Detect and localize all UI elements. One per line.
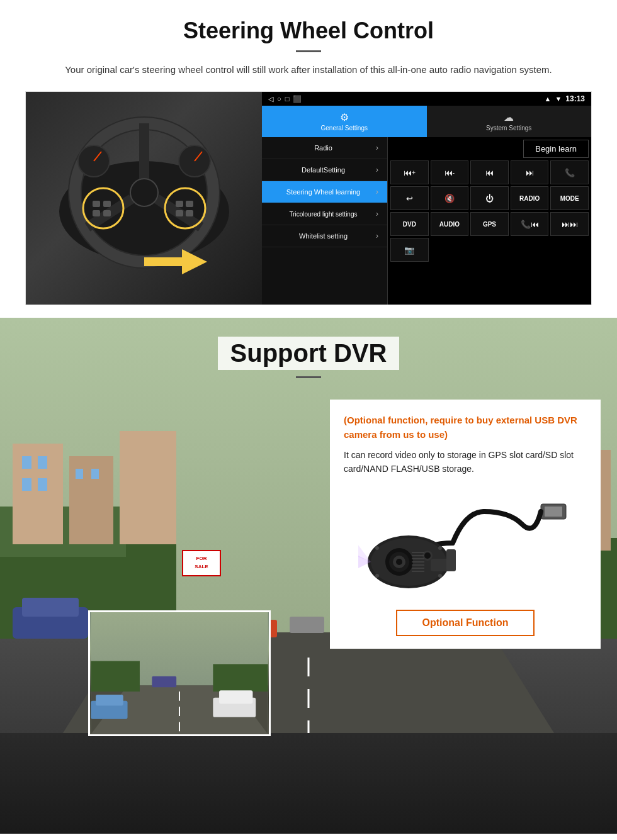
ctrl-dvr[interactable]: 📷 — [390, 238, 429, 262]
svg-rect-14 — [186, 201, 193, 207]
control-buttons-grid: ⏮+ ⏮- ⏮ ⏭ 📞 ↩ 🔇 ⏻ RADIO MODE DVD AUDIO G… — [390, 160, 589, 262]
menu-radio-label: Radio — [271, 144, 376, 152]
svg-point-73 — [396, 559, 402, 565]
ctrl-phone-prev[interactable]: 📞⏮ — [511, 212, 549, 236]
svg-rect-39 — [22, 598, 79, 617]
svg-rect-12 — [103, 210, 111, 216]
svg-rect-9 — [93, 201, 100, 207]
system-icon: ☁ — [504, 111, 514, 123]
ctrl-back[interactable]: ↩ — [390, 186, 429, 210]
svg-point-78 — [375, 546, 379, 550]
statusbar-time: 13:13 — [565, 94, 585, 103]
svg-text:FOR: FOR — [196, 556, 207, 561]
nav-menu-icon[interactable]: ⬛ — [293, 95, 302, 103]
dvr-section: FOR SALE Support DVR — [0, 318, 617, 834]
menu-item-defaultsetting[interactable]: DefaultSetting › — [262, 159, 387, 181]
tab-general-settings[interactable]: ⚙ General Settings — [262, 106, 427, 137]
chevron-right-icon: › — [376, 165, 378, 174]
nav-back-icon[interactable]: ◁ — [268, 95, 273, 103]
ctrl-vol-up[interactable]: ⏮+ — [390, 160, 429, 184]
svg-point-81 — [438, 574, 442, 578]
svg-point-79 — [438, 546, 442, 550]
status-wifi-icon: ▼ — [555, 95, 562, 103]
svg-rect-36 — [76, 469, 83, 479]
svg-marker-17 — [182, 249, 207, 274]
ctrl-radio[interactable]: RADIO — [511, 186, 549, 210]
dvr-camera-illustration — [344, 486, 587, 600]
steering-section: Steering Wheel Control Your original car… — [0, 0, 617, 318]
android-ui: ◁ ○ □ ⬛ ▲ ▼ 13:13 ⚙ General Settings ☁ S… — [262, 92, 591, 305]
steering-wheel-photo — [26, 92, 262, 305]
menu-item-radio[interactable]: Radio › — [262, 137, 387, 159]
ctrl-mute[interactable]: 🔇 — [431, 186, 469, 210]
dvr-camera-svg — [358, 493, 572, 593]
chevron-right-icon: › — [376, 232, 378, 240]
ctrl-next-next[interactable]: ⏭⏭ — [550, 212, 589, 236]
optional-function-button[interactable]: Optional Function — [396, 610, 535, 636]
svg-point-6 — [130, 179, 158, 206]
svg-rect-13 — [176, 201, 183, 207]
ctrl-next[interactable]: ⏭ — [511, 160, 549, 184]
control-panel: Begin learn ⏮+ ⏮- ⏮ ⏭ 📞 ↩ 🔇 ⏻ RADIO MODE… — [388, 137, 591, 305]
svg-rect-11 — [93, 210, 100, 216]
menu-item-steering-learning[interactable]: Steering Wheel learning › — [262, 181, 387, 203]
svg-rect-65 — [219, 690, 252, 703]
ctrl-dvd[interactable]: DVD — [390, 212, 429, 236]
svg-point-80 — [375, 574, 379, 578]
steering-subtitle: Your original car's steering wheel contr… — [50, 62, 567, 77]
svg-rect-34 — [22, 478, 31, 491]
ctrl-power[interactable]: ⏻ — [470, 186, 509, 210]
nav-home-icon[interactable]: ○ — [277, 95, 281, 103]
svg-rect-35 — [38, 478, 47, 491]
dvr-thumb-svg — [90, 612, 269, 734]
begin-learn-button[interactable]: Begin learn — [523, 140, 589, 158]
menu-item-whitelist[interactable]: Whitelist setting › — [262, 225, 387, 247]
svg-rect-32 — [22, 456, 31, 469]
nav-recent-icon[interactable]: □ — [285, 95, 290, 103]
gear-icon: ⚙ — [340, 111, 349, 123]
svg-rect-33 — [38, 456, 47, 469]
ctrl-phone[interactable]: 📞 — [550, 160, 589, 184]
svg-rect-52 — [183, 551, 220, 576]
svg-rect-15 — [176, 210, 183, 216]
tab-system-label: System Settings — [486, 125, 531, 132]
dvr-title-area: Support DVR — [0, 318, 617, 388]
begin-learn-row: Begin learn — [390, 140, 589, 158]
chevron-right-icon: › — [376, 143, 378, 152]
dvr-divider — [296, 376, 321, 378]
tab-general-label: General Settings — [321, 125, 368, 132]
dvr-optional-notice: (Optional function, require to buy exter… — [344, 413, 587, 442]
dvr-road-bottom — [0, 733, 617, 834]
menu-item-tricoloured[interactable]: Tricoloured light settings › — [262, 203, 387, 225]
tab-system-settings[interactable]: ☁ System Settings — [427, 106, 592, 137]
ctrl-gps[interactable]: GPS — [470, 212, 509, 236]
chevron-right-icon: › — [376, 210, 378, 218]
steering-wheel-svg — [56, 111, 232, 287]
ctrl-vol-down[interactable]: ⏮- — [431, 160, 469, 184]
dvr-title: Support DVR — [218, 337, 400, 370]
ctrl-audio[interactable]: AUDIO — [431, 212, 469, 236]
svg-point-75 — [424, 552, 431, 559]
steering-title: Steering Wheel Control — [25, 18, 592, 44]
ctrl-prev[interactable]: ⏮ — [470, 160, 509, 184]
svg-rect-60 — [213, 664, 268, 692]
status-signal-icon: ▲ — [545, 95, 552, 103]
svg-rect-16 — [186, 210, 193, 216]
svg-rect-59 — [91, 661, 140, 692]
svg-rect-61 — [152, 676, 176, 687]
steering-composite-image: ◁ ○ □ ⬛ ▲ ▼ 13:13 ⚙ General Settings ☁ S… — [25, 91, 592, 305]
svg-rect-37 — [91, 469, 99, 479]
menu-steering-label: Steering Wheel learning — [271, 188, 376, 196]
ctrl-mode[interactable]: MODE — [550, 186, 589, 210]
menu-whitelist-label: Whitelist setting — [271, 232, 376, 240]
android-content: Radio › DefaultSetting › Steering Wheel … — [262, 137, 591, 305]
dvr-thumb-inner — [90, 612, 269, 734]
svg-text:SALE: SALE — [195, 564, 208, 569]
svg-rect-10 — [103, 201, 111, 207]
android-statusbar: ◁ ○ □ ⬛ ▲ ▼ 13:13 — [262, 92, 591, 106]
dvr-thumbnail — [88, 610, 271, 736]
menu-default-label: DefaultSetting — [271, 166, 376, 174]
svg-rect-67 — [545, 507, 562, 517]
svg-rect-63 — [96, 695, 123, 705]
svg-rect-18 — [144, 257, 183, 266]
